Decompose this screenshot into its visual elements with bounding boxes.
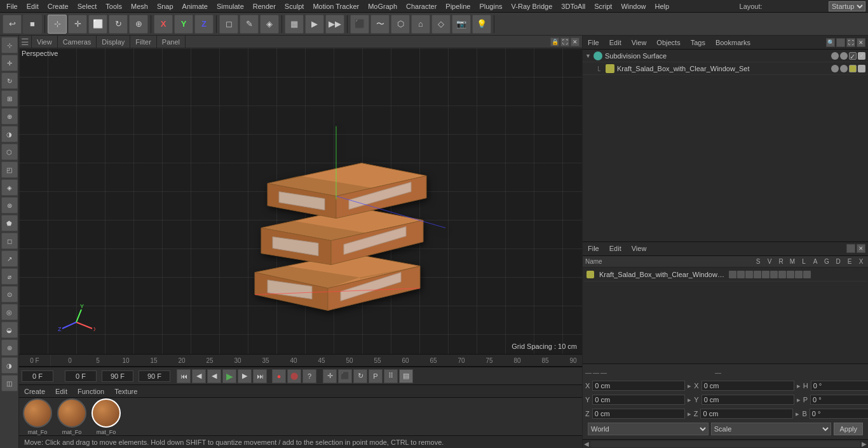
move-mode-btn[interactable]: ✛ [323, 369, 337, 383]
left-t13[interactable]: ↗ [1, 250, 18, 267]
material-item-2[interactable]: mat_Fo [90, 398, 122, 435]
help-btn[interactable]: ? [302, 369, 316, 383]
obj-objects-menu[interactable]: Objects [654, 39, 682, 46]
menu-motion-tracker[interactable]: Motion Tracker [309, 2, 363, 11]
left-t5[interactable]: ⊕ [1, 108, 18, 125]
y-axis-btn[interactable]: Y [174, 15, 193, 34]
horizontal-scrollbar[interactable] [590, 441, 860, 447]
apply-button[interactable]: Apply [834, 423, 863, 435]
left-t18[interactable]: ⊛ [1, 339, 18, 356]
goto-end-btn[interactable]: ⏭ [253, 369, 267, 383]
z-pos-field2[interactable] [700, 409, 793, 419]
scroll-right-arrow[interactable]: ▶ [862, 440, 867, 447]
auto-key-btn[interactable]: ⬤ [287, 369, 301, 383]
menu-script[interactable]: Script [590, 2, 616, 11]
pose-btn[interactable]: P [369, 369, 383, 383]
menu-pipeline[interactable]: Pipeline [442, 2, 474, 11]
cube-obj[interactable]: ⬛ [350, 15, 369, 34]
objects-panel-close[interactable]: ✕ [857, 38, 865, 47]
ai-3[interactable] [745, 271, 753, 278]
nurbs-obj[interactable]: ⬡ [391, 15, 410, 34]
material-item-1[interactable]: mat_Fo [56, 398, 88, 435]
left-scale[interactable]: ⊞ [1, 90, 18, 107]
ai-4[interactable] [754, 271, 761, 278]
viewport-expand-btn[interactable]: ⛶ [560, 37, 569, 46]
obj-row-kraft[interactable]: Kraft_Salad_Box_with_Clear_Window_Set [583, 62, 868, 75]
ai-8[interactable] [787, 271, 794, 278]
left-t6[interactable]: ◑ [1, 126, 18, 142]
left-t9[interactable]: ◈ [1, 179, 18, 196]
ai-1[interactable] [729, 271, 736, 278]
viewport-tab-filter[interactable]: Filter [130, 36, 156, 48]
viewport-lock-btn[interactable]: 🔒 [550, 37, 559, 46]
play-btn[interactable]: ▶ [222, 369, 236, 383]
search-icon[interactable]: 🔍 [826, 38, 835, 47]
viewport-tab-cameras[interactable]: Cameras [58, 36, 97, 48]
obj-file-menu[interactable]: File [585, 39, 602, 46]
attr-file-menu[interactable]: File [585, 245, 602, 252]
left-t14[interactable]: ⌀ [1, 268, 18, 285]
rotate-mode-btn[interactable]: ↻ [353, 369, 367, 383]
object-mode[interactable]: ◻ [219, 15, 238, 34]
3d-viewport[interactable]: X Y Z Perspective Grid Spacing : 10 cm [19, 48, 582, 354]
menu-mograph[interactable]: MoGraph [364, 2, 401, 11]
world-select[interactable]: World [588, 423, 709, 435]
ai-5[interactable] [762, 271, 770, 278]
left-move[interactable]: ✛ [1, 55, 18, 71]
left-t11[interactable]: ⬟ [1, 215, 18, 231]
ai-2[interactable] [737, 271, 745, 278]
obj-vis-dot[interactable] [831, 52, 839, 60]
b-val-field[interactable] [810, 409, 868, 419]
mat-function-menu[interactable]: Function [75, 388, 107, 395]
ai-6[interactable] [770, 271, 778, 278]
menu-mesh[interactable]: Mesh [127, 2, 152, 11]
left-t16[interactable]: ◎ [1, 304, 18, 320]
viewport-tab-panel[interactable]: Panel [157, 36, 186, 48]
menu-help[interactable]: Help [651, 2, 674, 11]
menu-snap[interactable]: Snap [153, 2, 177, 11]
timeline-track[interactable]: 0 5 10 15 20 25 30 35 40 45 50 55 60 65 … [51, 355, 582, 366]
left-rotate[interactable]: ↻ [1, 72, 18, 89]
mat-texture-menu[interactable]: Texture [112, 388, 140, 395]
attr-view-menu[interactable]: View [629, 245, 649, 252]
obj-render-dot[interactable] [840, 52, 848, 60]
dots-btn[interactable]: ⠿ [384, 369, 398, 383]
end-frame-field-1[interactable] [102, 370, 133, 382]
y-pos-field[interactable] [592, 395, 685, 405]
select-tool[interactable]: ⊹ [48, 15, 67, 34]
obj-check1[interactable]: ✓ [849, 52, 857, 60]
edit-mode[interactable]: ✎ [240, 15, 259, 34]
menu-3dtoall[interactable]: 3DToAll [557, 2, 589, 11]
viewport-tab-display[interactable]: Display [97, 36, 130, 48]
prev-frame-btn[interactable]: ◀ [192, 369, 206, 383]
viewport-close-btn[interactable]: ✕ [571, 37, 580, 46]
goto-start-btn[interactable]: ⏮ [177, 369, 191, 383]
left-t12[interactable]: ◻ [1, 233, 18, 249]
h-val-field[interactable] [811, 381, 868, 391]
obj-bookmarks-menu[interactable]: Bookmarks [713, 39, 753, 46]
scroll-left-arrow[interactable]: ◀ [584, 440, 589, 447]
rotate-tool[interactable]: ↻ [109, 15, 128, 34]
p-val-field[interactable] [810, 395, 868, 405]
texture-mode[interactable]: ◈ [260, 15, 279, 34]
menu-character[interactable]: Character [402, 2, 440, 11]
viewport-tab-view[interactable]: View [32, 36, 58, 48]
mat-edit-menu[interactable]: Edit [53, 388, 70, 395]
env-obj[interactable]: ◇ [431, 15, 451, 34]
start-frame-field[interactable] [22, 370, 53, 382]
mat-create-menu[interactable]: Create [22, 388, 48, 395]
obj-kraft-check1[interactable] [849, 65, 857, 72]
menu-animate[interactable]: Animate [179, 2, 212, 11]
x-pos-field[interactable] [592, 381, 685, 391]
attr-edit-menu[interactable]: Edit [607, 245, 624, 252]
left-t17[interactable]: ◒ [1, 322, 18, 338]
menu-sculpt[interactable]: Sculpt [281, 2, 308, 11]
menu-window[interactable]: Window [617, 2, 649, 11]
objects-panel-minimize[interactable] [836, 38, 845, 47]
obj-kraft-render[interactable] [840, 65, 848, 72]
undo-btn[interactable]: ↩ [3, 15, 22, 34]
obj-tags-menu[interactable]: Tags [688, 39, 708, 46]
menu-create[interactable]: Create [44, 2, 72, 11]
menu-vray[interactable]: V-Ray Bridge [508, 2, 557, 11]
obj-edit-menu[interactable]: Edit [607, 39, 624, 46]
